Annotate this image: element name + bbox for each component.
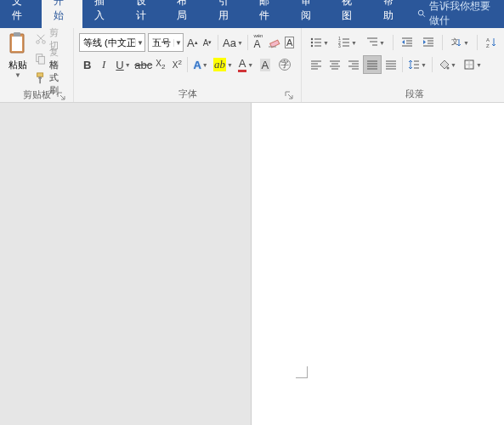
ribbon: 粘贴 ▼ 剪切 复制 xyxy=(0,28,504,103)
group-font: 等线 (中文正 ▼ 五号 ▼ A▴ A▾ Aa▼ wén A A xyxy=(74,28,302,102)
align-center-button[interactable] xyxy=(326,55,344,74)
svg-point-6 xyxy=(42,40,46,43)
align-justify-button[interactable] xyxy=(363,55,382,74)
separator xyxy=(187,57,188,72)
superscript-button[interactable]: X2 xyxy=(169,55,185,74)
highlight-button[interactable]: ab▼ xyxy=(212,55,234,74)
tab-home[interactable]: 开始 xyxy=(42,0,83,28)
tab-design[interactable]: 设计 xyxy=(124,0,166,28)
svg-point-64 xyxy=(447,67,450,70)
tab-review[interactable]: 审阅 xyxy=(289,0,331,28)
sort-button[interactable]: AZ xyxy=(482,33,501,52)
chevron-down-icon: ▼ xyxy=(14,71,21,79)
font-launcher[interactable] xyxy=(284,90,294,100)
sort-icon: AZ xyxy=(485,37,497,48)
tab-view[interactable]: 视图 xyxy=(330,0,371,28)
navigation-pane[interactable] xyxy=(0,103,252,425)
bullets-button[interactable]: ▼ xyxy=(307,33,332,52)
enclose-characters-button[interactable]: 字 xyxy=(274,55,296,74)
separator xyxy=(393,35,394,50)
group-paragraph: ▼ 123 ▼ ▼ 文 xyxy=(302,28,504,102)
borders-button[interactable]: ▼ xyxy=(460,55,485,74)
svg-line-1 xyxy=(423,14,426,17)
align-justify-icon xyxy=(366,59,378,71)
text-direction-button[interactable]: 文 ▼ xyxy=(447,33,473,52)
svg-rect-4 xyxy=(14,32,20,37)
search-icon xyxy=(417,8,426,19)
tell-me-text: 告诉我你想要做什 xyxy=(429,0,499,28)
svg-rect-11 xyxy=(37,72,43,76)
bold-button[interactable]: B xyxy=(79,55,95,74)
subscript-button[interactable]: X2 xyxy=(152,55,168,74)
tab-layout[interactable]: 布局 xyxy=(165,0,207,28)
font-name-combo[interactable]: 等线 (中文正 ▼ xyxy=(79,33,145,52)
svg-rect-3 xyxy=(12,37,22,51)
underline-button[interactable]: U▼ xyxy=(112,55,134,74)
font-size-combo[interactable]: 五号 ▼ xyxy=(148,33,184,52)
paint-bucket-icon xyxy=(438,59,450,71)
shrink-font-button[interactable]: A▾ xyxy=(201,33,214,52)
svg-text:3: 3 xyxy=(338,43,341,48)
character-border-button[interactable]: A xyxy=(283,33,296,52)
text-effects-button[interactable]: A▼ xyxy=(190,55,212,74)
paste-label: 粘贴 xyxy=(8,59,27,71)
svg-text:Z: Z xyxy=(486,43,490,48)
align-distributed-button[interactable] xyxy=(382,55,400,74)
separator xyxy=(442,35,443,50)
clipboard-icon xyxy=(7,31,29,57)
brush-icon xyxy=(35,71,47,85)
eraser-icon xyxy=(267,36,280,49)
phonetic-guide-button[interactable]: wén A xyxy=(252,33,265,52)
shading-button[interactable]: ▼ xyxy=(434,55,460,74)
chevron-down-icon: ▼ xyxy=(173,39,183,47)
align-center-icon xyxy=(329,59,341,71)
svg-text:A: A xyxy=(486,37,490,42)
clear-formatting-button[interactable] xyxy=(267,33,280,52)
text-direction-icon: 文 xyxy=(450,37,462,48)
format-painter-button[interactable]: 格式刷 xyxy=(32,69,68,87)
separator xyxy=(218,35,218,50)
separator xyxy=(402,57,403,72)
numbering-button[interactable]: 123 ▼ xyxy=(335,33,360,52)
font-color-button[interactable]: A▼ xyxy=(235,55,257,74)
line-spacing-icon xyxy=(408,59,420,71)
multilevel-icon xyxy=(366,37,378,48)
tab-help[interactable]: 帮助 xyxy=(371,0,413,28)
separator xyxy=(247,35,248,50)
tab-references[interactable]: 引用 xyxy=(207,0,248,28)
chevron-down-icon: ▼ xyxy=(135,39,144,47)
paste-button[interactable]: 粘贴 ▼ xyxy=(5,30,31,87)
page-corner-mark xyxy=(296,366,308,378)
bullets-icon xyxy=(310,37,322,48)
strikethrough-button[interactable]: abc xyxy=(134,55,152,74)
multilevel-list-button[interactable]: ▼ xyxy=(363,33,388,52)
change-case-button[interactable]: Aa▼ xyxy=(223,33,243,52)
svg-point-0 xyxy=(418,10,423,15)
svg-rect-10 xyxy=(38,56,44,64)
group-paragraph-label: 段落 xyxy=(307,86,504,102)
character-shading-button[interactable]: A xyxy=(257,55,273,74)
align-right-icon xyxy=(348,59,360,71)
grow-font-button[interactable]: A▴ xyxy=(186,33,199,52)
align-right-button[interactable] xyxy=(344,55,363,74)
tell-me-search[interactable]: 告诉我你想要做什 xyxy=(412,0,504,28)
increase-indent-button[interactable] xyxy=(419,33,438,52)
svg-line-8 xyxy=(37,34,43,40)
numbering-icon: 123 xyxy=(338,37,350,48)
document-area xyxy=(0,103,504,425)
align-left-button[interactable] xyxy=(307,55,326,74)
tab-file[interactable]: 文件 xyxy=(0,0,42,28)
line-spacing-button[interactable]: ▼ xyxy=(405,55,430,74)
group-clipboard: 粘贴 ▼ 剪切 复制 xyxy=(0,28,74,102)
indent-icon xyxy=(422,37,434,48)
tab-insert[interactable]: 插入 xyxy=(82,0,124,28)
svg-point-17 xyxy=(311,42,313,43)
clipboard-launcher[interactable] xyxy=(56,91,66,101)
separator xyxy=(432,57,433,72)
italic-button[interactable]: I xyxy=(95,55,111,74)
tab-mail[interactable]: 邮件 xyxy=(247,0,289,28)
document-page[interactable] xyxy=(252,103,504,425)
decrease-indent-button[interactable] xyxy=(398,33,416,52)
outdent-icon xyxy=(401,37,413,48)
font-name-value: 等线 (中文正 xyxy=(80,37,135,49)
